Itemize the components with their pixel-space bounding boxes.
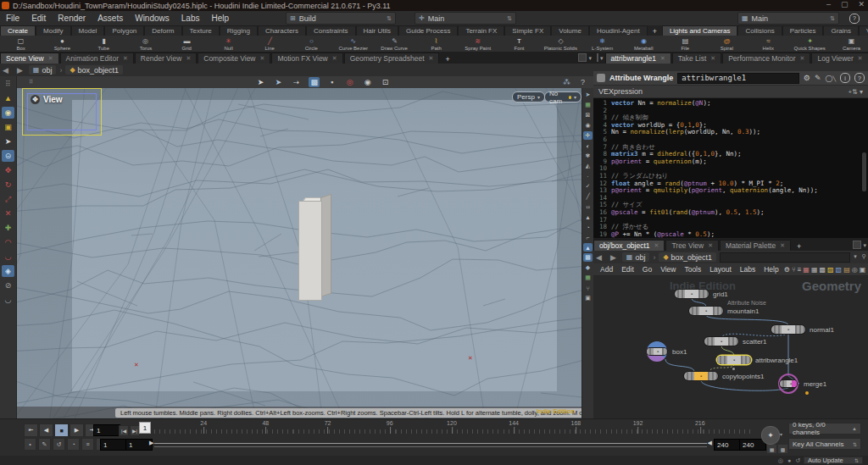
scale-icon[interactable]: ⤢: [2, 193, 14, 205]
network-menu-help[interactable]: Help: [760, 265, 782, 274]
ghost-objects-icon[interactable]: ⊘: [2, 280, 14, 291]
path-dropdown-icon[interactable]: ▾: [854, 253, 857, 260]
shelf-tab-collisions[interactable]: Collisions: [737, 25, 782, 36]
pane-split-icon[interactable]: [597, 53, 598, 62]
shelf-tool-quick-shapes[interactable]: ✦Quick Shapes: [789, 36, 831, 52]
brush-icon[interactable]: ✎: [815, 74, 821, 82]
keyframe-options-icon[interactable]: ⬩: [24, 438, 36, 451]
realtime-toggle-icon[interactable]: ◔: [67, 438, 80, 451]
shelf-tool-curve-bezier[interactable]: ∿Curve Bezier: [332, 36, 374, 52]
normals-icon[interactable]: ▲: [583, 213, 593, 221]
pane-tab-attribwrangle1[interactable]: attribwrangle1✕: [605, 53, 671, 64]
node-help-icon[interactable]: ?: [854, 73, 865, 83]
wireshade-icon[interactable]: ▲: [583, 243, 593, 252]
flower-icon[interactable]: ✾: [583, 152, 593, 160]
pane-tab-animation-editor[interactable]: Animation Editor✕: [60, 53, 134, 64]
dot-icon[interactable]: ·: [583, 172, 593, 180]
network-menu-labs[interactable]: Labs: [737, 265, 759, 274]
edit-keys-icon[interactable]: ✎: [38, 438, 51, 451]
desktop-selector-right[interactable]: ▦Main ⇅: [737, 12, 839, 25]
node-name-field[interactable]: attribwrangle1: [677, 73, 798, 84]
pane-menu-icon[interactable]: ▾: [588, 55, 592, 62]
menu-edit[interactable]: Edit: [25, 14, 52, 23]
jump-start-button[interactable]: ⇤: [24, 423, 38, 437]
network-menu-view[interactable]: View: [657, 265, 679, 274]
minimize-button[interactable]: –: [826, 0, 831, 8]
shelf-tab-houdini-agent[interactable]: Houdini-Agent: [589, 25, 648, 36]
range-start-field[interactable]: 1: [100, 439, 127, 451]
pane-split-icon[interactable]: [853, 241, 861, 249]
network-editor[interactable]: Indie Edition Geometry ▪grid1▪mountain1A…: [593, 276, 868, 418]
network-node-copytopoints1[interactable]: ▪: [684, 372, 718, 380]
shelf-tab-hair-utils[interactable]: Hair Utils: [356, 25, 398, 36]
cone-icon[interactable]: ◭: [583, 162, 593, 170]
pane-tab-composite-view[interactable]: Composite View✕: [198, 53, 270, 64]
rotate-icon[interactable]: ↻: [2, 179, 14, 191]
close-tab-icon[interactable]: ✕: [260, 55, 265, 62]
view-state-label[interactable]: ✥ View: [31, 95, 63, 104]
pane-tab-performance-monitor[interactable]: Performance Monitor✕: [722, 53, 810, 64]
pane-tab-material-palette[interactable]: Material Palette✕: [720, 240, 791, 251]
snippet-icon[interactable]: ▧: [836, 266, 843, 274]
close-tab-icon[interactable]: ✕: [710, 55, 715, 62]
check-icon[interactable]: ✓: [583, 182, 593, 191]
note-icon[interactable]: ▨: [827, 266, 834, 274]
range-right-handle[interactable]: ◀: [708, 440, 712, 446]
box-geometry[interactable]: [298, 197, 330, 299]
shelf-tool-draw-curve[interactable]: ✎Draw Curve: [374, 36, 415, 52]
view-pcat-icon[interactable]: ➤: [583, 91, 593, 99]
network-node-mountain1[interactable]: ▪: [689, 307, 723, 315]
tools-icon[interactable]: ⚙: [784, 266, 790, 274]
add-shelf-tab-button[interactable]: +: [648, 27, 662, 36]
gear-icon[interactable]: ⚙: [804, 74, 810, 82]
grid-toggle-icon[interactable]: ▦: [583, 101, 593, 109]
menu-help[interactable]: Help: [205, 14, 235, 23]
playhead[interactable]: 1: [139, 422, 151, 434]
shelf-tool-spray-paint[interactable]: ≋Spray Paint: [457, 36, 498, 52]
network-path-field[interactable]: [720, 252, 850, 263]
network-menu-go[interactable]: Go: [639, 265, 655, 274]
headlight-icon[interactable]: ✛: [583, 131, 593, 140]
stop-button[interactable]: ■: [54, 423, 69, 437]
shelf-tool-torus[interactable]: ◎Torus: [125, 36, 166, 52]
shelf-tool-font[interactable]: TFont: [498, 36, 540, 52]
menu-labs[interactable]: Labs: [175, 14, 206, 23]
camera-lock-icon[interactable]: ◉: [362, 77, 373, 87]
corner-icon[interactable]: ⌐: [583, 233, 593, 241]
select-tool-icon[interactable]: ➤: [255, 77, 266, 87]
pane-tab-tree-view[interactable]: Tree View✕: [665, 240, 719, 251]
pane-tab-render-view[interactable]: Render View✕: [135, 53, 197, 64]
shelf-tool-metaball[interactable]: ◉Metaball: [623, 36, 665, 52]
lights-icon[interactable]: ◉: [2, 107, 14, 119]
lock-camera-icon[interactable]: ⊠: [583, 111, 593, 119]
network-node-normal1[interactable]: ▪: [771, 325, 805, 334]
breadcrumb-node[interactable]: ◆box_object1: [659, 252, 716, 262]
shelf-tab-characters[interactable]: Characters: [258, 25, 306, 36]
shelf-tab-lights-and-cameras[interactable]: Lights and Cameras: [662, 25, 738, 36]
menu-render[interactable]: Render: [52, 14, 92, 23]
shelf-tab-deform[interactable]: Deform: [144, 25, 181, 36]
pin-view-icon[interactable]: ◉: [583, 121, 593, 130]
close-button[interactable]: ✕: [858, 0, 865, 8]
shelf-tab-simple-fx[interactable]: Simple FX: [504, 25, 551, 36]
pane-tab-take-list[interactable]: Take List✕: [672, 53, 721, 64]
image-plane-icon[interactable]: ▣: [860, 266, 866, 274]
find-icon[interactable]: ◎: [852, 266, 858, 274]
info-icon[interactable]: i: [840, 73, 850, 83]
add-pane-tab-button[interactable]: +: [440, 55, 454, 64]
shelf-tab-volume[interactable]: Volume: [551, 25, 589, 36]
menu-windows[interactable]: Windows: [129, 14, 175, 23]
shelf-tool-grid[interactable]: ▬Grid: [166, 36, 208, 52]
close-tab-icon[interactable]: ✕: [429, 55, 434, 62]
view-mode-icon[interactable]: ◈: [2, 265, 14, 277]
select-arrow-icon[interactable]: ➤: [2, 136, 14, 147]
dopesheet-icon[interactable]: ≡: [81, 438, 94, 451]
move-tool-icon[interactable]: ⇢: [291, 77, 302, 87]
back-arrow-icon[interactable]: ◀: [0, 66, 11, 75]
camera-menu[interactable]: No cam▾: [544, 91, 581, 102]
shade-icon[interactable]: ◡: [2, 294, 14, 306]
show-displays-icon[interactable]: ▲: [2, 92, 14, 104]
magnet-icon[interactable]: ◡: [2, 251, 14, 263]
shelf-tab-vellum[interactable]: Vellum: [859, 25, 868, 36]
radial-menu-selector[interactable]: ✛Main ⇅: [415, 12, 516, 25]
